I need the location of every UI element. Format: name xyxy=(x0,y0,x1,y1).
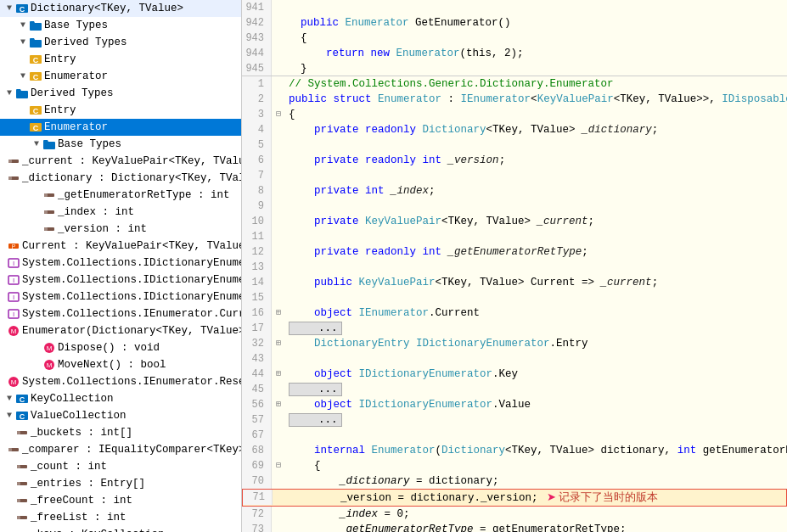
tree-item-entry-2[interactable]: CEntry xyxy=(0,102,241,119)
line-content: ... xyxy=(285,321,787,336)
tree-item-current-field[interactable]: _current : KeyValuePair<TKey, TValue> xyxy=(0,153,241,170)
node-label: KeyCollection xyxy=(31,391,114,406)
expand-icon[interactable] xyxy=(17,120,29,135)
node-icon-method-magenta: M xyxy=(7,323,22,339)
expand-icon[interactable] xyxy=(31,221,42,237)
tree-item-reset[interactable]: MSystem.Collections.IEnumerator.Reset(..… xyxy=(0,373,241,390)
node-icon-field-gray xyxy=(15,459,31,474)
collapse-button[interactable]: ⊟ xyxy=(272,107,285,122)
tree-item-buckets-field[interactable]: _buckets : int[] xyxy=(0,424,241,441)
tree-item-dictionary-field[interactable]: _dictionary : Dictionary<TKey, TValue> xyxy=(0,170,241,187)
expand-icon[interactable]: ▼ xyxy=(17,35,29,50)
tree-item-count-field2[interactable]: _count : int xyxy=(0,458,241,475)
node-icon-folder-blue xyxy=(15,86,31,101)
collapse-button[interactable]: ⊞ xyxy=(272,397,285,412)
code-line: 16⊞ object IEnumerator.Current xyxy=(242,305,787,321)
expand-icon[interactable] xyxy=(3,425,15,440)
expand-icon[interactable] xyxy=(31,188,42,203)
code-line: 11 xyxy=(242,229,787,244)
line-content: private int _index; xyxy=(285,183,787,199)
expand-icon[interactable] xyxy=(3,459,15,474)
code-main[interactable]: 1// System.Collections.Generic.Dictionar… xyxy=(242,76,787,532)
line-number: 9 xyxy=(242,199,272,214)
node-label: Base Types xyxy=(44,18,108,33)
svg-text:C: C xyxy=(20,395,25,404)
expand-icon[interactable] xyxy=(17,103,29,118)
collapse-button[interactable]: ⊞ xyxy=(272,336,285,351)
line-number: 8 xyxy=(242,183,272,199)
node-icon-field-gray xyxy=(15,425,31,440)
expand-icon[interactable]: ▼ xyxy=(3,391,15,406)
line-number: 941 xyxy=(242,0,272,15)
tree-item-freelist-field[interactable]: _freeList : int xyxy=(0,509,241,526)
tree-item-enumerator-1[interactable]: ▼CEnumerator xyxy=(0,68,241,85)
tree-item-entry-1[interactable]: CEntry xyxy=(0,51,241,68)
node-icon-field-gray xyxy=(7,154,22,169)
tree-item-ctor[interactable]: MEnumerator(Dictionary<TKey, TValue>, ..… xyxy=(0,322,241,339)
expand-icon[interactable] xyxy=(31,340,42,356)
node-label: Entry xyxy=(44,103,76,118)
tree-item-movenext[interactable]: MMoveNext() : bool xyxy=(0,356,241,373)
node-label: _version : int xyxy=(58,221,147,237)
node-label: Current : KeyValuePair<TKey, TValue> xyxy=(22,238,241,254)
tree-item-keys-field[interactable]: _keys : KeyCollection xyxy=(0,526,241,532)
expand-icon[interactable]: ▼ xyxy=(31,137,42,152)
node-label: _freeCount : int xyxy=(31,493,132,508)
tree-item-idict-enum-3[interactable]: ISystem.Collections.IDictionaryEnumera..… xyxy=(0,288,241,305)
line-content: object IDictionaryEnumerator.Value xyxy=(285,397,787,412)
expand-icon[interactable]: ▼ xyxy=(17,69,29,84)
tree-item-comparer-field[interactable]: _comparer : IEqualityComparer<TKey> xyxy=(0,441,241,458)
expand-icon[interactable]: ▼ xyxy=(3,408,15,423)
tree-item-valuecollection[interactable]: ▼CValueCollection xyxy=(0,407,241,424)
collapse-button[interactable]: ⊞ xyxy=(272,367,285,382)
node-icon-field-gray xyxy=(15,510,31,525)
node-label: Base Types xyxy=(58,137,121,152)
line-content: private readonly int _getEnumeratorRetTy… xyxy=(285,244,787,260)
right-panel: 941942 public Enumerator GetEnumerator()… xyxy=(242,0,787,532)
node-icon-field-gray xyxy=(42,221,58,237)
expand-icon[interactable]: ▼ xyxy=(3,86,15,101)
expand-icon[interactable] xyxy=(3,527,15,532)
node-label: Derived Types xyxy=(31,86,114,101)
tree-item-ienum-curr[interactable]: ISystem.Collections.IEnumerator.Curren..… xyxy=(0,305,241,322)
tree-item-entries-field[interactable]: _entries : Entry[] xyxy=(0,475,241,492)
code-line: 44⊞ object IDictionaryEnumerator.Key xyxy=(242,367,787,382)
code-line: 5 xyxy=(242,137,787,153)
expand-icon[interactable] xyxy=(3,476,15,491)
node-icon-field-gray xyxy=(15,476,31,491)
code-line: 2public struct Enumerator : IEnumerator<… xyxy=(242,92,787,107)
node-icon-class-yellow: C xyxy=(29,69,44,84)
svg-rect-53 xyxy=(17,516,20,519)
expand-icon[interactable] xyxy=(31,357,42,372)
tree-item-derived-types-1[interactable]: ▼Derived Types xyxy=(0,34,241,51)
tree-item-dispose[interactable]: MDispose() : void xyxy=(0,339,241,356)
line-number: 942 xyxy=(242,15,272,31)
tree-item-base-types-2[interactable]: ▼Base Types xyxy=(0,136,241,153)
svg-rect-13 xyxy=(8,176,12,180)
svg-text:C: C xyxy=(20,412,25,421)
line-content: ... xyxy=(285,412,787,428)
tree-item-idict-enum-2[interactable]: ISystem.Collections.IDictionaryEnumera..… xyxy=(0,272,241,288)
tree-item-getEnumRet-field[interactable]: _getEnumeratorRetType : int xyxy=(0,187,241,204)
collapse-button[interactable]: ⊟ xyxy=(272,458,285,473)
tree-item-index-field[interactable]: _index : int xyxy=(0,204,241,221)
expand-icon[interactable] xyxy=(17,52,29,67)
expand-icon[interactable]: ▼ xyxy=(3,1,15,16)
expand-icon[interactable]: ▼ xyxy=(17,18,29,33)
tree-item-current-prop[interactable]: PCurrent : KeyValuePair<TKey, TValue> xyxy=(0,238,241,255)
collapse-button[interactable]: ⊞ xyxy=(272,305,285,321)
node-icon-iface-purple: I xyxy=(7,306,22,322)
tree-item-base-types-1[interactable]: ▼Base Types xyxy=(0,17,241,34)
expand-icon[interactable] xyxy=(3,510,15,525)
expand-icon[interactable] xyxy=(31,204,42,220)
tree-item-freecount-field[interactable]: _freeCount : int xyxy=(0,492,241,509)
tree-item-idict-enum-1[interactable]: ISystem.Collections.IDictionaryEnumera..… xyxy=(0,255,241,272)
tree-container[interactable]: ▼CDictionary<TKey, TValue>▼Base Types▼De… xyxy=(0,0,241,532)
tree-item-keycollection[interactable]: ▼CKeyCollection xyxy=(0,390,241,407)
svg-text:M: M xyxy=(47,344,53,352)
expand-icon[interactable] xyxy=(3,493,15,508)
tree-item-enumerator-2[interactable]: CEnumerator xyxy=(0,119,241,136)
tree-item-version-field[interactable]: _version : int xyxy=(0,221,241,238)
tree-item-derived-types-2[interactable]: ▼Derived Types xyxy=(0,85,241,102)
tree-item-dict-root[interactable]: ▼CDictionary<TKey, TValue> xyxy=(0,0,241,17)
